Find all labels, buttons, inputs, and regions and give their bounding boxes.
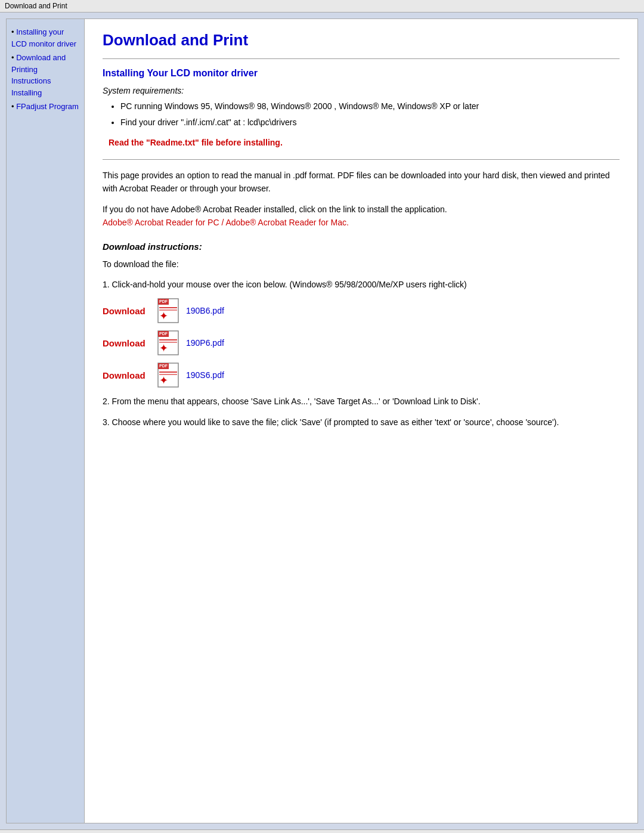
warning-text: Read the "Readme.txt" file before instal… — [109, 138, 620, 147]
title-bar-text: Download and Print — [5, 2, 67, 10]
section-title: Installing Your LCD monitor driver — [103, 68, 620, 79]
to-download-text: To download the file: — [103, 258, 620, 271]
download-link-2[interactable]: Download — [103, 338, 150, 348]
svg-text:✦: ✦ — [159, 342, 168, 354]
description-2-text: If you do not have Adobe® Acrobat Reader… — [103, 205, 447, 214]
sidebar: Installing your LCD monitor driver Downl… — [7, 19, 84, 823]
step-1-text: 1. Click-and-hold your mouse over the ic… — [103, 278, 620, 291]
sidebar-item-installing[interactable]: Installing your LCD monitor driver — [11, 25, 79, 51]
svg-text:PDF: PDF — [159, 299, 168, 304]
sidebar-item-download[interactable]: Download and Printing Instructions Insta… — [11, 51, 79, 100]
acrobat-links: Adobe® Acrobat Reader for PC / Adobe® Ac… — [103, 218, 349, 227]
pdf-icon-1[interactable]: PDF ✦ — [157, 298, 179, 323]
requirements-list: PC running Windows 95, Windows® 98, Wind… — [103, 100, 620, 129]
svg-text:PDF: PDF — [159, 364, 168, 368]
pdf-icon-3[interactable]: PDF ✦ — [157, 363, 179, 388]
step-2-text: 2. From the menu that appears, choose 'S… — [103, 395, 620, 408]
step-3-text: 3. Choose where you would like to save t… — [103, 416, 620, 429]
sidebar-link-fpadjust[interactable]: FPadjust Program — [16, 102, 79, 111]
acrobat-end: . — [346, 218, 349, 227]
pdf-filename-2[interactable]: 190P6.pdf — [186, 338, 224, 348]
sidebar-link-download[interactable]: Download and Printing Instructions Insta… — [11, 53, 66, 97]
title-bar: Download and Print — [0, 0, 644, 13]
pdf-filename-3[interactable]: 190S6.pdf — [186, 370, 224, 380]
download-row-3: Download PDF ✦ 190S6.pdf — [103, 363, 620, 388]
download-row-1: Download PDF ✦ 190B6.pdf — [103, 298, 620, 323]
sidebar-nav: Installing your LCD monitor driver Downl… — [11, 25, 79, 114]
divider-2 — [103, 159, 620, 160]
divider-1 — [103, 58, 620, 59]
description-1: This page provides an option to read the… — [103, 169, 620, 196]
status-bar: file:///D|/My%20Documents/dfu/A9/english… — [0, 829, 644, 833]
acrobat-link-mac[interactable]: Adobe® Acrobat Reader for Mac — [225, 218, 346, 227]
requirement-item-2: Find your driver ".inf/.icm/.cat" at : l… — [120, 116, 620, 129]
system-req-label: System requirements: — [103, 86, 620, 95]
sidebar-link-installing[interactable]: Installing your LCD monitor driver — [11, 27, 76, 48]
download-link-1[interactable]: Download — [103, 306, 150, 316]
sidebar-item-fpadjust[interactable]: FPadjust Program — [11, 100, 79, 114]
page-title: Download and Print — [103, 31, 620, 49]
svg-text:✦: ✦ — [159, 374, 168, 386]
requirement-item-1: PC running Windows 95, Windows® 98, Wind… — [120, 100, 620, 113]
description-2: If you do not have Adobe® Acrobat Reader… — [103, 203, 620, 230]
download-row-2: Download PDF ✦ 190P6.pdf — [103, 330, 620, 355]
svg-text:✦: ✦ — [159, 310, 168, 322]
pdf-icon-2[interactable]: PDF ✦ — [157, 330, 179, 355]
acrobat-separator: / — [219, 218, 226, 227]
download-instructions-title: Download instructions: — [103, 241, 620, 252]
acrobat-link-pc[interactable]: Adobe® Acrobat Reader for PC — [103, 218, 219, 227]
pdf-filename-1[interactable]: 190B6.pdf — [186, 306, 224, 315]
svg-text:PDF: PDF — [159, 332, 168, 336]
download-link-3[interactable]: Download — [103, 370, 150, 380]
content-area: Download and Print Installing Your LCD m… — [84, 19, 637, 823]
download-list: Download PDF ✦ 190B6.pdf — [103, 298, 620, 388]
